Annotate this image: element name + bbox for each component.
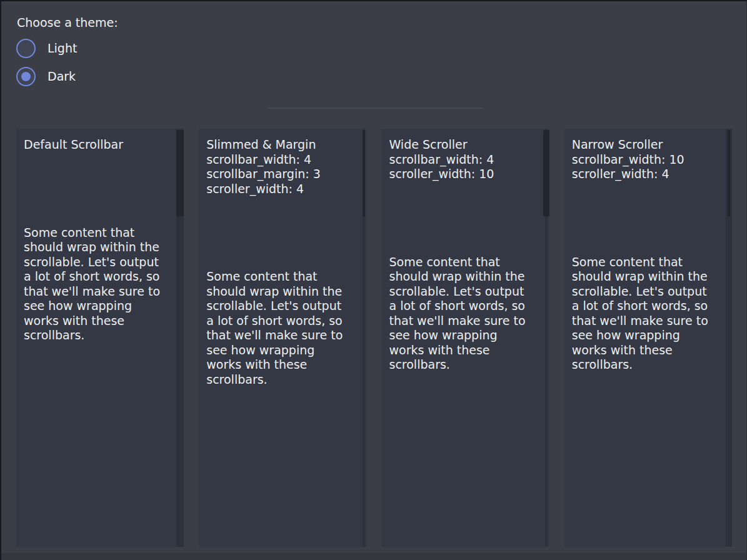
app-window: Choose a theme: LightDark Default Scroll… xyxy=(0,0,747,560)
theme-option-light[interactable]: Light xyxy=(16,39,77,58)
scrollbar-thumb[interactable] xyxy=(543,130,549,216)
panel-body-line: a lot of short words, so xyxy=(572,299,721,314)
panel-header-line: scrollbar_width: 4 xyxy=(206,152,355,168)
panel-header-line: scrollbar_margin: 3 xyxy=(206,167,355,182)
scrollbar-thumb[interactable] xyxy=(176,130,184,216)
panel-body: Some content thatshould wrap within thes… xyxy=(24,226,173,343)
panel-body-line: Some content that xyxy=(572,255,721,270)
panel-header: Narrow Scrollerscrollbar_width: 10scroll… xyxy=(572,138,721,182)
radio-label: Light xyxy=(48,39,77,58)
horizontal-scrollbar-track[interactable] xyxy=(1,553,746,560)
panel-body-line: scrollbars. xyxy=(572,358,721,372)
panel-body-line: see how wrapping xyxy=(206,343,355,358)
divider xyxy=(268,108,483,109)
panel-body-line: that we'll make sure to xyxy=(24,284,173,299)
panel-body: Some content thatshould wrap within thes… xyxy=(389,255,538,372)
scrollbar-thumb[interactable] xyxy=(728,130,730,216)
radio-selected-dot xyxy=(21,72,31,81)
panel-narrow-scroller[interactable]: Narrow Scrollerscrollbar_width: 10scroll… xyxy=(564,129,732,547)
panel-body-line: that we'll make sure to xyxy=(206,328,355,343)
panel-body-line: scrollable. Let's output xyxy=(389,284,538,299)
panel-body-line: see how wrapping xyxy=(572,328,721,343)
panel-body-line: should wrap within the xyxy=(24,240,173,255)
panel-body-line: Some content that xyxy=(206,269,355,284)
theme-chooser-label: Choose a theme: xyxy=(17,15,118,30)
panel-body-line: works with these xyxy=(206,358,355,372)
panel-header-line: scroller_width: 10 xyxy=(389,167,538,182)
panel-body-line: a lot of short words, so xyxy=(24,269,173,284)
panel-header-line: Narrow Scroller xyxy=(572,138,721,152)
panel-body-line: scrollable. Let's output xyxy=(24,255,173,270)
panel-body-line: scrollable. Let's output xyxy=(206,299,355,314)
panel-header-line: Slimmed & Margin xyxy=(206,138,355,152)
panel-body-line: works with these xyxy=(389,343,538,358)
panel-body-line: scrollbars. xyxy=(24,328,173,343)
panel-wide-scroller[interactable]: Wide Scrollerscrollbar_width: 4scroller_… xyxy=(382,129,549,547)
panel-body: Some content thatshould wrap within thes… xyxy=(572,255,721,372)
panel-header: Slimmed & Marginscrollbar_width: 4scroll… xyxy=(206,138,355,196)
scrollbar-thumb[interactable] xyxy=(363,130,365,216)
panel-header-line: scroller_width: 4 xyxy=(572,167,721,182)
panel-header-line: scrollbar_width: 10 xyxy=(572,152,721,168)
panel-body-line: should wrap within the xyxy=(389,269,538,284)
panel-body-line: works with these xyxy=(572,343,721,358)
panel-header: Default Scrollbar xyxy=(24,138,173,152)
panel-body-line: that we'll make sure to xyxy=(572,314,721,329)
panel-default-scrollbar[interactable]: Default ScrollbarSome content thatshould… xyxy=(16,129,184,547)
radio-button-icon[interactable] xyxy=(16,39,36,58)
panel-body-line: Some content that xyxy=(24,226,173,241)
panel-body-line: Some content that xyxy=(389,255,538,270)
panel-body: Some content thatshould wrap within thes… xyxy=(206,269,355,387)
panel-body-line: should wrap within the xyxy=(206,284,355,299)
panel-body-line: scrollbars. xyxy=(206,372,355,388)
panel-body-line: that we'll make sure to xyxy=(389,314,538,329)
panel-header-line: scrollbar_width: 4 xyxy=(389,152,538,168)
panel-body-line: a lot of short words, so xyxy=(389,299,538,314)
panel-header-line: Wide Scroller xyxy=(389,138,538,152)
panel-header-line: scroller_width: 4 xyxy=(206,182,355,197)
panel-body-line: a lot of short words, so xyxy=(206,314,355,329)
panel-slimmed-margin[interactable]: Slimmed & Marginscrollbar_width: 4scroll… xyxy=(199,129,366,547)
panel-body-line: see how wrapping xyxy=(389,328,538,343)
radio-label: Dark xyxy=(48,67,76,86)
panel-body-line: should wrap within the xyxy=(572,269,721,284)
panel-body-line: see how wrapping xyxy=(24,299,173,314)
theme-option-dark[interactable]: Dark xyxy=(16,67,77,86)
theme-options: LightDark xyxy=(16,39,77,86)
panels-row: Default ScrollbarSome content thatshould… xyxy=(16,129,732,547)
panel-header: Wide Scrollerscrollbar_width: 4scroller_… xyxy=(389,138,538,182)
radio-button-icon[interactable] xyxy=(16,67,36,86)
panel-header-line: Default Scrollbar xyxy=(24,138,173,152)
panel-body-line: works with these xyxy=(24,314,173,329)
panel-body-line: scrollbars. xyxy=(389,358,538,372)
panel-body-line: scrollable. Let's output xyxy=(572,284,721,299)
